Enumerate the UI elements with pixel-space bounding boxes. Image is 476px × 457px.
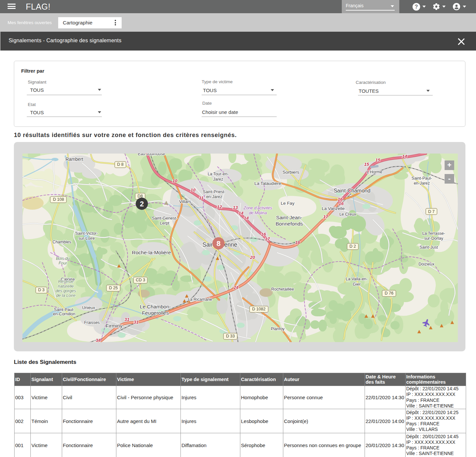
svg-text:La Tour-en-: La Tour-en- bbox=[208, 172, 229, 176]
svg-text:31: 31 bbox=[134, 320, 139, 325]
svg-text:D 3: D 3 bbox=[38, 288, 45, 292]
svg-text:Chambles: Chambles bbox=[53, 240, 71, 244]
svg-text:Doizieux: Doizieux bbox=[418, 262, 435, 266]
svg-text:Réserve: Réserve bbox=[58, 279, 74, 284]
svg-text:10: 10 bbox=[190, 188, 196, 193]
svg-text:Gier: Gier bbox=[353, 282, 361, 287]
svg-text:D 33: D 33 bbox=[226, 334, 235, 338]
svg-text:12: 12 bbox=[217, 204, 222, 209]
svg-text:en-Jarez: en-Jarez bbox=[414, 181, 430, 186]
svg-text:Roche-la-Molière: Roche-la-Molière bbox=[132, 250, 171, 255]
svg-text:La Ricamarie: La Ricamarie bbox=[188, 297, 212, 302]
svg-text:CD 3: CD 3 bbox=[136, 278, 145, 282]
svg-text:Zone d'activités: Zone d'activités bbox=[243, 206, 272, 210]
svg-text:Le Chambon-: Le Chambon- bbox=[140, 304, 171, 309]
svg-text:15: 15 bbox=[364, 162, 369, 167]
svg-text:Unieux: Unieux bbox=[82, 305, 96, 310]
svg-text:Firminy: Firminy bbox=[106, 323, 123, 329]
svg-text:13: 13 bbox=[233, 205, 238, 210]
svg-text:L'Horme: L'Horme bbox=[367, 170, 382, 174]
svg-text:Saint-Just: Saint-Just bbox=[419, 245, 438, 250]
svg-text:10: 10 bbox=[172, 178, 178, 183]
svg-text:Lerpt: Lerpt bbox=[160, 221, 170, 226]
svg-text:15: 15 bbox=[375, 158, 380, 162]
svg-text:11: 11 bbox=[199, 195, 204, 200]
svg-text:8: 8 bbox=[217, 239, 220, 248]
svg-text:Eau Joulhouse: Eau Joulhouse bbox=[138, 154, 165, 156]
svg-text:D 8: D 8 bbox=[117, 162, 124, 167]
svg-text:D 1082: D 1082 bbox=[252, 307, 265, 311]
svg-text:20: 20 bbox=[250, 255, 255, 260]
svg-text:D 108: D 108 bbox=[53, 197, 64, 202]
svg-text:sur-Loire: sur-Loire bbox=[78, 236, 95, 241]
svg-text:Feugerolles: Feugerolles bbox=[142, 310, 169, 316]
svg-text:D 25: D 25 bbox=[109, 286, 118, 290]
svg-text:Villars: Villars bbox=[179, 199, 191, 204]
svg-text:D 76: D 76 bbox=[385, 291, 393, 296]
svg-text:Le Creux: Le Creux bbox=[339, 212, 356, 217]
svg-text:en-Jarez: en-Jarez bbox=[206, 194, 222, 199]
svg-text:naturelle: naturelle bbox=[58, 284, 74, 289]
svg-text:D 2: D 2 bbox=[349, 244, 356, 249]
svg-text:Four: Four bbox=[59, 261, 67, 265]
svg-text:La Valla-en-: La Valla-en- bbox=[346, 277, 368, 281]
svg-text:Bonnefonds: Bonnefonds bbox=[276, 221, 303, 227]
svg-text:La Talaudière: La Talaudière bbox=[255, 181, 281, 186]
svg-text:Planfoy: Planfoy bbox=[271, 327, 285, 331]
svg-text:Fraisses: Fraisses bbox=[84, 320, 99, 325]
svg-text:Rambert: Rambert bbox=[65, 157, 83, 162]
svg-text:Rochetaillée: Rochetaillée bbox=[271, 287, 294, 292]
svg-text:sur-Dorlay: sur-Dorlay bbox=[424, 236, 443, 241]
svg-text:34: 34 bbox=[96, 338, 101, 342]
svg-text:17: 17 bbox=[323, 214, 329, 219]
svg-text:en-Cornillon: en-Cornillon bbox=[53, 312, 75, 316]
svg-text:Jarez: Jarez bbox=[213, 177, 223, 182]
svg-text:31: 31 bbox=[124, 317, 129, 322]
svg-text:14: 14 bbox=[244, 216, 249, 221]
svg-text:16: 16 bbox=[338, 201, 344, 206]
svg-text:14: 14 bbox=[402, 154, 407, 159]
svg-text:Sorbiers: Sorbiers bbox=[283, 170, 299, 175]
svg-text:La Terrasse-: La Terrasse- bbox=[422, 231, 445, 236]
svg-text:Saint-Priest-: Saint-Priest- bbox=[203, 190, 226, 194]
svg-text:Saint-Chamond: Saint-Chamond bbox=[334, 188, 370, 193]
svg-text:Saint-Victor-: Saint-Victor- bbox=[75, 231, 98, 236]
svg-text:Bois du: Bois du bbox=[56, 256, 70, 261]
svg-text:14: 14 bbox=[238, 211, 244, 216]
svg-text:Saint-Paul-: Saint-Paul- bbox=[412, 176, 432, 181]
svg-text:17: 17 bbox=[265, 236, 270, 241]
svg-text:2: 2 bbox=[140, 200, 144, 208]
svg-text:D 7: D 7 bbox=[428, 209, 435, 214]
svg-text:16: 16 bbox=[261, 232, 266, 237]
svg-text:Saint-Genest-: Saint-Genest- bbox=[152, 216, 177, 221]
svg-text:Le Fay: Le Fay bbox=[281, 201, 295, 206]
svg-text:Saint-Paul-: Saint-Paul- bbox=[54, 307, 74, 312]
svg-text:18: 18 bbox=[295, 240, 300, 245]
svg-text:La Varizelle: La Varizelle bbox=[322, 206, 345, 211]
svg-text:Saint-Jean-: Saint-Jean- bbox=[276, 215, 302, 220]
svg-text:de Molina: de Molina bbox=[249, 211, 267, 215]
svg-text:des gorges: des gorges bbox=[56, 289, 76, 293]
svg-text:de la Loire: de la Loire bbox=[56, 293, 75, 298]
svg-text:24: 24 bbox=[233, 285, 239, 290]
